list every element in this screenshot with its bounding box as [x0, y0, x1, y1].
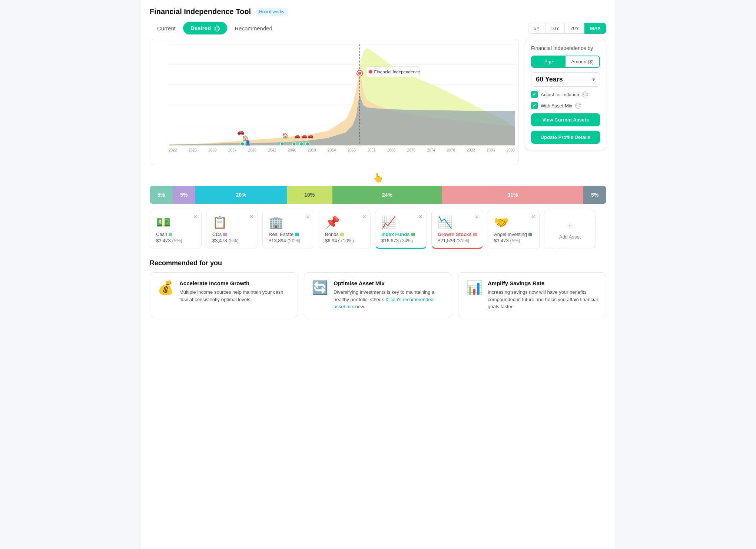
growth-stocks-icon: 📉 — [438, 215, 452, 229]
bonds-amount: $6,947 (10%) — [325, 238, 354, 243]
close-real-estate-button[interactable]: ✕ — [306, 214, 310, 220]
alloc-index-funds[interactable]: 24% — [332, 186, 442, 204]
svg-text:🚗: 🚗 — [301, 133, 307, 139]
asset-mix-info-icon[interactable]: ⓘ — [575, 103, 581, 109]
alloc-angel[interactable]: 5% — [583, 186, 606, 204]
close-bonds-button[interactable]: ✕ — [362, 214, 367, 220]
income-growth-text: Multiple income sources help maintain yo… — [179, 289, 290, 303]
asset-mix-title: Optimise Asset Mix — [334, 280, 444, 286]
asset-card-angel-investing: ✕ 🤝 Angel Investing $3,473 (5%) — [488, 210, 540, 249]
asset-card-growth-stocks: ✕ 📉 Growth Stocks $21,536 (31%) — [431, 210, 483, 249]
svg-point-29 — [306, 142, 309, 146]
real-estate-label: Real Estate — [269, 232, 294, 237]
close-cds-button[interactable]: ✕ — [249, 214, 254, 220]
svg-point-27 — [292, 142, 296, 146]
svg-point-16 — [369, 70, 372, 74]
index-funds-dot — [411, 233, 415, 236]
svg-text:🚗: 🚗 — [308, 133, 314, 139]
svg-point-28 — [299, 142, 303, 146]
close-index-funds-button[interactable]: ✕ — [418, 214, 423, 220]
asset-mix-checkbox[interactable] — [531, 102, 538, 109]
bonds-label: Bonds — [325, 232, 339, 237]
desired-info-icon[interactable]: ⓘ — [214, 26, 220, 31]
income-growth-title: Accelerate Income Growth — [179, 280, 290, 286]
inflate-checkbox-row: Adjust for Inflation ⓘ — [531, 91, 600, 98]
rec-card-asset-mix: 🔄 Optimise Asset Mix Diversifying invest… — [304, 272, 452, 318]
inflation-info-icon[interactable]: ⓘ — [582, 92, 588, 97]
adjust-inflation-checkbox[interactable] — [531, 91, 538, 98]
bonds-icon: 📌 — [325, 215, 340, 229]
toggle-age[interactable]: Age — [532, 56, 566, 67]
time-max[interactable]: MAX — [584, 23, 606, 34]
add-icon: + — [567, 220, 573, 232]
page-title: Financial Independence Tool — [150, 7, 251, 16]
toggle-amount[interactable]: Amount($) — [566, 56, 599, 67]
rec-card-savings: 📊 Amplify Savings Rate Increasing saving… — [458, 272, 606, 318]
cds-amount: $3,473 (5%) — [212, 238, 239, 243]
angel-amount: $3,473 (5%) — [494, 238, 520, 243]
years-value: 60 Years — [536, 76, 563, 83]
cash-dot — [169, 233, 172, 236]
fi-toggle: Age Amount($) — [531, 56, 600, 68]
svg-text:Financial Independence: Financial Independence — [374, 69, 420, 74]
view-assets-button[interactable]: View Current Assets — [531, 113, 600, 126]
savings-rate-icon: 📊 — [466, 280, 483, 296]
growth-stocks-label[interactable]: Growth Stocks — [438, 232, 472, 237]
add-asset-label: Add Asset — [559, 234, 581, 240]
growth-stocks-dot — [473, 233, 477, 236]
real-estate-amount: $13,894 (20%) — [269, 238, 300, 243]
rec-card-income: 💰 Accelerate Income Growth Multiple inco… — [150, 272, 298, 318]
asset-card-bonds: ✕ 📌 Bonds $6,947 (10%) — [319, 210, 371, 249]
income-growth-icon: 💰 — [158, 280, 174, 296]
how-it-works-button[interactable]: How it works — [255, 8, 288, 16]
recommended-section: Recommended for you 💰 Accelerate Income … — [150, 259, 606, 318]
angel-dot — [528, 233, 532, 236]
alloc-growth-stocks[interactable]: 31% — [442, 186, 583, 204]
time-10y[interactable]: 10Y — [545, 23, 565, 34]
asset-mix-icon: 🔄 — [312, 280, 328, 296]
update-profile-button[interactable]: Update Profile Details — [531, 131, 600, 144]
fi-settings-panel: Financial Independence by Age Amount($) … — [525, 39, 606, 150]
allocation-bar: 5% 5% 20% 10% 24% 31% 5% — [150, 186, 606, 204]
asset-card-index-funds: ✕ 📈 Index Funds $16,673 (24%) — [375, 210, 427, 249]
asset-mix-label: With Asset Mix — [541, 103, 572, 109]
main-tabs: Current Desired ⓘ Recommended — [150, 22, 280, 34]
time-20y[interactable]: 20Y — [565, 23, 584, 34]
assets-row: ✕ 💵 Cash $3,473 (5%) ✕ 📋 CDs $3,473 (5%)… — [150, 210, 606, 250]
cash-label: Cash — [156, 232, 167, 237]
cds-icon: 📋 — [212, 215, 227, 229]
tab-current[interactable]: Current — [150, 22, 183, 34]
chevron-down-icon[interactable]: ▾ — [592, 76, 595, 83]
alloc-cds[interactable]: 5% — [173, 186, 196, 204]
svg-point-25 — [241, 142, 245, 146]
index-funds-icon: 📈 — [381, 215, 396, 229]
tab-desired[interactable]: Desired ⓘ — [183, 22, 227, 34]
adjust-inflation-label: Adjust for Inflation — [541, 92, 579, 97]
years-selector[interactable]: 60 Years ▾ — [531, 72, 600, 87]
tab-recommended[interactable]: Recommended — [227, 22, 280, 34]
time-5y[interactable]: 5Y — [528, 23, 545, 34]
savings-rate-title: Amplify Savings Rate — [488, 280, 598, 286]
svg-text:👤: 👤 — [245, 140, 251, 146]
angel-investing-label: Angel Investing — [494, 232, 527, 237]
main-chart: $50M $40M $30M $20M $10M $0 — [169, 43, 515, 147]
alloc-cash[interactable]: 5% — [150, 186, 173, 204]
alloc-real-estate[interactable]: 20% — [195, 186, 286, 204]
panel-title: Financial Independence by — [531, 45, 600, 51]
index-funds-amount: $16,673 (24%) — [381, 238, 413, 243]
savings-rate-text: Increasing savings now will have your be… — [488, 289, 598, 310]
cds-dot — [223, 233, 227, 236]
close-cash-button[interactable]: ✕ — [193, 214, 198, 220]
svg-text:🏠: 🏠 — [282, 133, 288, 139]
real-estate-dot — [295, 233, 299, 236]
recommended-cards: 💰 Accelerate Income Growth Multiple inco… — [150, 272, 606, 318]
cds-label: CDs — [212, 232, 222, 237]
index-funds-label[interactable]: Index Funds — [381, 232, 410, 237]
close-angel-button[interactable]: ✕ — [531, 214, 536, 220]
asset-mix-checkbox-row: With Asset Mix ⓘ — [531, 102, 600, 109]
close-growth-stocks-button[interactable]: ✕ — [475, 214, 479, 220]
real-estate-icon: 🏢 — [269, 215, 284, 229]
angel-investing-icon: 🤝 — [494, 215, 509, 229]
add-asset-card[interactable]: + Add Asset — [544, 210, 596, 249]
alloc-bonds[interactable]: 10% — [287, 186, 332, 204]
